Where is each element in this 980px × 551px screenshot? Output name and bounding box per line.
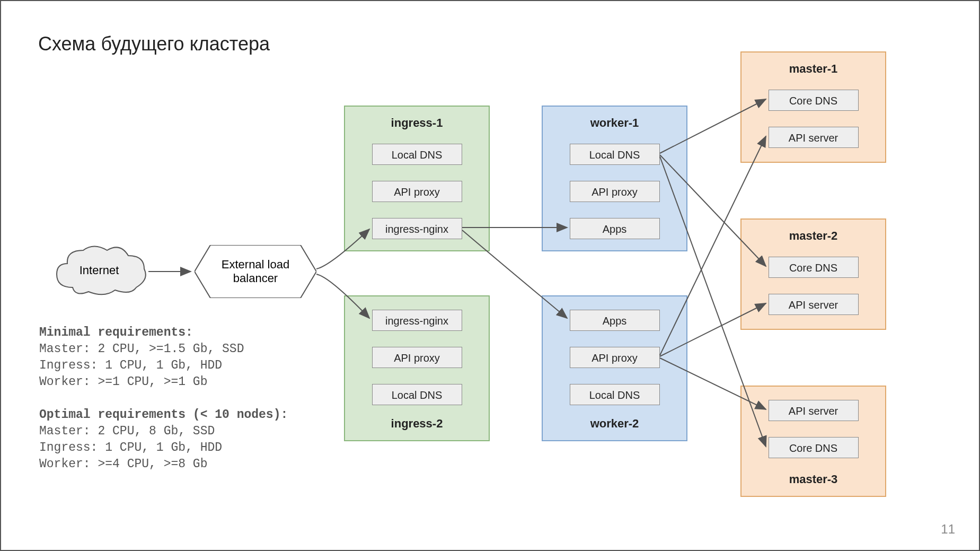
slide: Схема будущего кластера Internet Externa… — [0, 0, 980, 551]
master-2-group: master-2 Core DNS API server — [740, 218, 886, 330]
ingress-1-local-dns: Local DNS — [372, 144, 462, 165]
min-line-3: Worker: >=1 CPU, >=1 Gb — [39, 375, 207, 389]
master-1-group: master-1 Core DNS API server — [740, 51, 886, 163]
worker-2-group: Apps API proxy Local DNS worker-2 — [542, 295, 687, 441]
load-balancer: External load balancer — [195, 245, 316, 298]
ingress-2-ingress-nginx: ingress-nginx — [372, 310, 462, 331]
master-1-api-server: API server — [769, 127, 859, 148]
worker-2-title: worker-2 — [543, 417, 686, 431]
worker-1-apps: Apps — [570, 218, 660, 239]
ingress-2-local-dns: Local DNS — [372, 384, 462, 405]
internet-label: Internet — [46, 264, 152, 277]
slide-title: Схема будущего кластера — [38, 33, 270, 55]
requirements-block: Minimal requirements: Master: 2 CPU, >=1… — [39, 325, 288, 473]
master-2-core-dns: Core DNS — [769, 257, 859, 278]
worker-2-api-proxy: API proxy — [570, 347, 660, 368]
opt-line-3: Worker: >=4 CPU, >=8 Gb — [39, 457, 207, 471]
worker-1-api-proxy: API proxy — [570, 181, 660, 202]
master-2-api-server: API server — [769, 294, 859, 315]
internet-cloud: Internet — [46, 240, 152, 303]
worker-1-local-dns: Local DNS — [570, 144, 660, 165]
ingress-1-ingress-nginx: ingress-nginx — [372, 218, 462, 239]
ingress-2-title: ingress-2 — [345, 417, 489, 431]
minimal-header: Minimal requirements: — [39, 326, 193, 339]
master-1-title: master-1 — [741, 62, 885, 76]
master-3-api-server: API server — [769, 400, 859, 421]
opt-line-2: Ingress: 1 CPU, 1 Gb, HDD — [39, 441, 222, 454]
ingress-2-group: ingress-nginx API proxy Local DNS ingres… — [344, 295, 490, 441]
page-number: 11 — [941, 522, 955, 537]
worker-2-local-dns: Local DNS — [570, 384, 660, 405]
ingress-2-api-proxy: API proxy — [372, 347, 462, 368]
worker-1-group: worker-1 Local DNS API proxy Apps — [542, 106, 687, 251]
min-line-2: Ingress: 1 CPU, 1 Gb, HDD — [39, 358, 222, 372]
lb-label: External load balancer — [195, 258, 316, 286]
opt-line-1: Master: 2 CPU, 8 Gb, SSD — [39, 424, 215, 438]
master-2-title: master-2 — [741, 229, 885, 243]
min-line-1: Master: 2 CPU, >=1.5 Gb, SSD — [39, 342, 244, 356]
master-3-core-dns: Core DNS — [769, 437, 859, 458]
ingress-1-group: ingress-1 Local DNS API proxy ingress-ng… — [344, 106, 490, 251]
master-3-group: API server Core DNS master-3 — [740, 386, 886, 497]
optimal-header: Optimal requirements (< 10 nodes): — [39, 408, 288, 422]
ingress-1-title: ingress-1 — [345, 116, 489, 130]
master-3-title: master-3 — [741, 473, 885, 486]
worker-2-apps: Apps — [570, 310, 660, 331]
worker-1-title: worker-1 — [543, 116, 686, 130]
master-1-core-dns: Core DNS — [769, 90, 859, 111]
ingress-1-api-proxy: API proxy — [372, 181, 462, 202]
